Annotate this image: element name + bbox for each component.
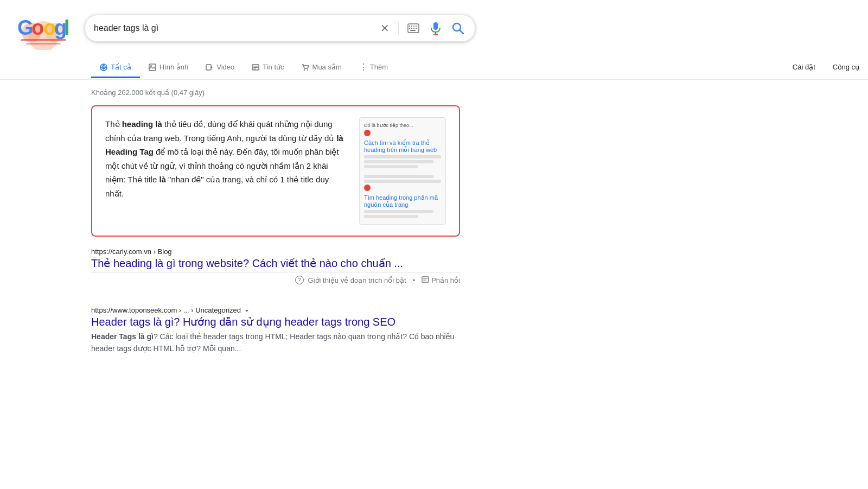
snippet-bullet1 <box>364 130 371 136</box>
mic-button[interactable] <box>428 20 443 37</box>
tab-shopping-label: Mua sắm <box>312 63 342 71</box>
result-url-2: https://www.toponseek.com › ... › Uncate… <box>91 306 241 314</box>
snippet-line2 <box>364 160 433 163</box>
tab-shopping[interactable]: Mua sắm <box>293 58 350 78</box>
results-area: Khoảng 262.000 kết quả (0,47 giây) Thẻ h… <box>0 80 651 355</box>
svg-marker-42 <box>245 310 248 312</box>
snippet-link2[interactable]: Tìm heading trong phần mã nguồn của tran… <box>364 194 441 208</box>
dropdown-icon-2[interactable] <box>244 308 250 314</box>
dot-separator: • <box>413 276 416 284</box>
snippet-line7 <box>364 215 418 218</box>
nav-tabs: Tất cả Hình ảnh Video Tin tức Mua sắ <box>0 52 868 80</box>
search-bar-wrapper: ✕ <box>85 15 475 42</box>
svg-rect-18 <box>416 28 417 29</box>
video-icon <box>206 63 213 71</box>
tab-all-label: Tất cả <box>111 63 131 71</box>
result-url-1: https://carly.com.vn › Blog <box>91 247 460 256</box>
svg-rect-8 <box>21 39 66 41</box>
search-icons: ✕ <box>378 20 466 37</box>
svg-rect-9 <box>26 43 61 45</box>
result-title-1[interactable]: Thẻ heading là gì trong website? Cách vi… <box>91 257 460 270</box>
settings-label: Cài đặt <box>793 63 815 71</box>
snippet-spacer <box>364 170 441 173</box>
svg-rect-29 <box>149 64 156 71</box>
tab-news-label: Tin tức <box>263 63 284 71</box>
tab-news[interactable]: Tin tức <box>243 58 292 78</box>
tab-tools[interactable]: Công cụ <box>824 58 868 78</box>
tab-video-label: Video <box>216 63 234 71</box>
svg-rect-15 <box>409 28 410 29</box>
divider <box>398 22 399 35</box>
snippet-line3 <box>364 165 418 168</box>
search-button[interactable] <box>450 20 466 36</box>
snippet-line5 <box>364 180 441 183</box>
tab-more[interactable]: ⋮ Thêm <box>350 56 397 79</box>
result-item-1: https://carly.com.vn › Blog Thẻ heading … <box>91 247 460 293</box>
more-dots-icon: ⋮ <box>359 62 368 72</box>
snippet-bullet2 <box>364 185 371 191</box>
svg-rect-12 <box>411 26 412 27</box>
svg-rect-11 <box>409 26 410 27</box>
tab-settings[interactable]: Cài đặt <box>784 58 824 78</box>
tab-video[interactable]: Video <box>197 58 243 78</box>
svg-point-38 <box>307 69 308 70</box>
keyboard-icon <box>407 23 419 33</box>
results-count: Khoảng 262.000 kết quả (0,47 giây) <box>91 85 651 105</box>
search-icon <box>452 22 464 34</box>
svg-point-37 <box>303 69 304 70</box>
snippet-link1[interactable]: Cách tìm và kiểm tra thẻ heading trên mỗ… <box>364 139 441 154</box>
search-bar: ✕ <box>85 15 475 42</box>
clear-button[interactable]: ✕ <box>378 20 392 37</box>
result-divider-1: ? Giới thiệu về đoạn trích nổi bật • Phả… <box>91 272 460 293</box>
news-icon <box>252 63 259 71</box>
tab-all[interactable]: Tất cả <box>91 58 140 78</box>
feedback-label-1: Giới thiệu về đoạn trích nổi bật <box>308 276 406 284</box>
result-item-2: https://www.toponseek.com › ... › Uncate… <box>91 306 460 355</box>
snippet-text: Thẻ heading là thẻ tiêu đề, dùng để khái… <box>105 117 348 225</box>
tab-more-label: Thêm <box>370 63 388 71</box>
snippet-line4 <box>364 175 433 178</box>
tools-label: Công cụ <box>833 63 859 71</box>
featured-snippet: Thẻ heading là thẻ tiêu đề, dùng để khái… <box>91 105 460 237</box>
info-icon-1[interactable]: ? <box>295 276 304 284</box>
feedback-reply-1: Phản hồi <box>431 276 460 284</box>
svg-rect-17 <box>413 28 414 29</box>
mic-icon <box>430 22 441 35</box>
keyboard-button[interactable] <box>405 21 422 35</box>
svg-rect-13 <box>413 26 414 27</box>
shopping-icon <box>302 63 309 71</box>
google-logo: G o o g l <box>11 7 76 50</box>
svg-marker-32 <box>211 66 213 68</box>
header: G o o g l ✕ <box>0 0 868 52</box>
result-url-row-2: https://www.toponseek.com › ... › Uncate… <box>91 306 460 315</box>
svg-rect-14 <box>416 26 417 27</box>
snippet-image-subtitle: Đó là bước tiếp theo... <box>364 123 413 128</box>
all-icon <box>100 63 107 71</box>
images-icon <box>149 63 156 71</box>
search-input[interactable] <box>94 23 374 33</box>
feedback-link-1[interactable]: Phản hồi <box>422 276 460 284</box>
svg-rect-19 <box>410 30 416 31</box>
svg-text:o: o <box>31 16 44 39</box>
snippet-line1 <box>364 155 441 158</box>
snippet-image: Đó là bước tiếp theo... Cách tìm và kiểm… <box>359 117 446 225</box>
svg-point-30 <box>150 65 152 67</box>
result-title-2[interactable]: Header tags là gì? Hướng dẫn sử dụng hea… <box>91 315 460 328</box>
svg-rect-20 <box>433 22 438 30</box>
feedback-icon-1 <box>422 276 429 284</box>
svg-line-24 <box>460 30 464 34</box>
tab-images-label: Hình ảnh <box>159 63 189 71</box>
result-desc-2: Header Tags là gì? Các loại thẻ header t… <box>91 331 460 355</box>
snippet-line6 <box>364 210 433 213</box>
svg-text:l: l <box>64 16 70 39</box>
tab-images[interactable]: Hình ảnh <box>140 58 197 78</box>
svg-rect-16 <box>411 28 412 29</box>
svg-rect-39 <box>422 277 429 282</box>
svg-rect-31 <box>206 65 211 70</box>
